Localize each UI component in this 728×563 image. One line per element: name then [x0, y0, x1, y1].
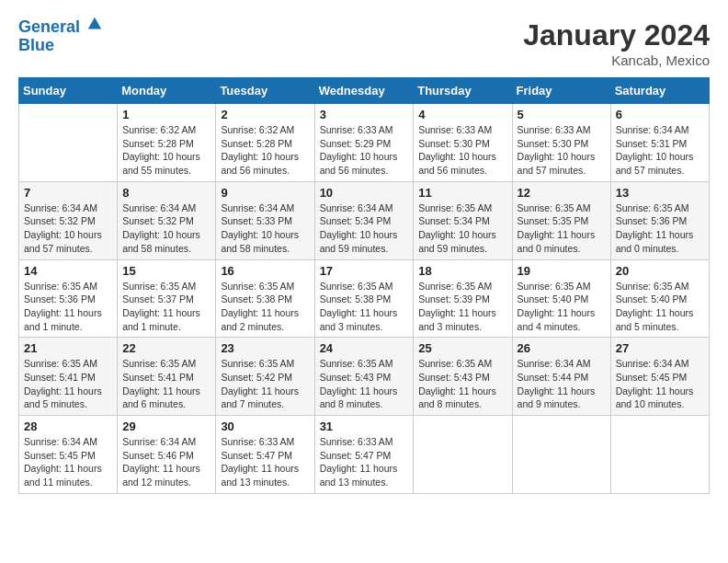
day-info: Sunrise: 6:35 AM Sunset: 5:40 PM Dayligh… [616, 280, 704, 334]
day-number: 25 [418, 341, 506, 355]
day-number: 9 [221, 186, 309, 200]
day-number: 20 [616, 264, 704, 278]
weekday-header-row: SundayMondayTuesdayWednesdayThursdayFrid… [19, 78, 710, 104]
calendar-cell: 27Sunrise: 6:34 AM Sunset: 5:45 PM Dayli… [610, 338, 709, 416]
calendar-cell: 12Sunrise: 6:35 AM Sunset: 5:35 PM Dayli… [512, 181, 610, 259]
day-info: Sunrise: 6:35 AM Sunset: 5:37 PM Dayligh… [122, 280, 210, 334]
title-block: January 2024 Kancab, Mexico [523, 18, 710, 68]
weekday-header-friday: Friday [512, 78, 610, 104]
day-info: Sunrise: 6:33 AM Sunset: 5:47 PM Dayligh… [320, 435, 409, 489]
day-number: 8 [122, 186, 210, 200]
svg-marker-0 [88, 17, 101, 29]
day-info: Sunrise: 6:34 AM Sunset: 5:44 PM Dayligh… [518, 357, 606, 411]
day-number: 6 [616, 108, 704, 121]
day-number: 5 [518, 108, 606, 121]
weekday-header-tuesday: Tuesday [216, 78, 314, 104]
calendar-cell: 19Sunrise: 6:35 AM Sunset: 5:40 PM Dayli… [512, 259, 610, 338]
calendar-cell: 8Sunrise: 6:34 AM Sunset: 5:32 PM Daylig… [118, 181, 216, 259]
weekday-header-monday: Monday [118, 78, 216, 104]
weekday-header-wednesday: Wednesday [314, 78, 414, 104]
calendar-week-row: 28Sunrise: 6:34 AM Sunset: 5:45 PM Dayli… [19, 416, 710, 494]
calendar-cell: 13Sunrise: 6:35 AM Sunset: 5:36 PM Dayli… [610, 181, 709, 259]
day-info: Sunrise: 6:35 AM Sunset: 5:42 PM Dayligh… [221, 357, 309, 411]
day-info: Sunrise: 6:35 AM Sunset: 5:38 PM Dayligh… [320, 280, 409, 334]
calendar-week-row: 1Sunrise: 6:32 AM Sunset: 5:28 PM Daylig… [19, 104, 710, 182]
logo: General Blue [18, 18, 103, 55]
day-info: Sunrise: 6:35 AM Sunset: 5:41 PM Dayligh… [122, 357, 210, 411]
page-header: General Blue January 2024 Kancab, Mexico [18, 18, 710, 68]
calendar-cell: 28Sunrise: 6:34 AM Sunset: 5:45 PM Dayli… [19, 416, 118, 494]
day-info: Sunrise: 6:35 AM Sunset: 5:43 PM Dayligh… [320, 357, 409, 411]
day-number: 7 [24, 186, 112, 200]
calendar-cell: 11Sunrise: 6:35 AM Sunset: 5:34 PM Dayli… [414, 181, 512, 259]
calendar-cell: 26Sunrise: 6:34 AM Sunset: 5:44 PM Dayli… [512, 338, 610, 416]
calendar-cell: 30Sunrise: 6:33 AM Sunset: 5:47 PM Dayli… [216, 416, 314, 494]
day-number: 13 [616, 186, 704, 200]
day-number: 1 [122, 108, 210, 121]
day-info: Sunrise: 6:33 AM Sunset: 5:30 PM Dayligh… [418, 123, 506, 178]
day-info: Sunrise: 6:34 AM Sunset: 5:32 PM Dayligh… [24, 201, 112, 256]
calendar-cell: 6Sunrise: 6:34 AM Sunset: 5:31 PM Daylig… [610, 104, 709, 182]
day-info: Sunrise: 6:34 AM Sunset: 5:32 PM Dayligh… [122, 201, 210, 256]
calendar-cell: 29Sunrise: 6:34 AM Sunset: 5:46 PM Dayli… [118, 416, 216, 494]
calendar-cell: 20Sunrise: 6:35 AM Sunset: 5:40 PM Dayli… [610, 259, 709, 338]
day-info: Sunrise: 6:34 AM Sunset: 5:45 PM Dayligh… [24, 435, 112, 489]
weekday-header-thursday: Thursday [414, 78, 512, 104]
day-number: 17 [320, 264, 409, 278]
calendar-body: 1Sunrise: 6:32 AM Sunset: 5:28 PM Daylig… [19, 104, 710, 494]
day-info: Sunrise: 6:33 AM Sunset: 5:47 PM Dayligh… [221, 435, 309, 489]
day-number: 21 [24, 341, 112, 355]
calendar-cell: 18Sunrise: 6:35 AM Sunset: 5:39 PM Dayli… [414, 259, 512, 338]
weekday-header-sunday: Sunday [19, 78, 118, 104]
calendar-cell: 1Sunrise: 6:32 AM Sunset: 5:28 PM Daylig… [118, 104, 216, 182]
logo-blue: Blue [18, 36, 54, 54]
day-info: Sunrise: 6:35 AM Sunset: 5:34 PM Dayligh… [418, 201, 506, 256]
day-info: Sunrise: 6:34 AM Sunset: 5:46 PM Dayligh… [122, 435, 210, 489]
calendar-cell: 4Sunrise: 6:33 AM Sunset: 5:30 PM Daylig… [414, 104, 512, 182]
location: Kancab, Mexico [523, 52, 710, 68]
day-number: 2 [221, 108, 309, 121]
calendar-week-row: 14Sunrise: 6:35 AM Sunset: 5:36 PM Dayli… [19, 259, 710, 338]
day-number: 11 [418, 186, 506, 200]
calendar-cell: 5Sunrise: 6:33 AM Sunset: 5:30 PM Daylig… [512, 104, 610, 182]
day-number: 16 [221, 264, 309, 278]
day-number: 26 [518, 341, 606, 355]
day-number: 19 [518, 264, 606, 278]
day-number: 10 [320, 186, 409, 200]
calendar-cell: 10Sunrise: 6:34 AM Sunset: 5:34 PM Dayli… [314, 181, 414, 259]
calendar-cell: 16Sunrise: 6:35 AM Sunset: 5:38 PM Dayli… [216, 259, 314, 338]
day-info: Sunrise: 6:34 AM Sunset: 5:31 PM Dayligh… [616, 123, 704, 178]
month-title: January 2024 [523, 18, 710, 52]
calendar-cell [610, 416, 709, 494]
weekday-header-saturday: Saturday [610, 78, 709, 104]
calendar-header: SundayMondayTuesdayWednesdayThursdayFrid… [19, 78, 710, 104]
calendar-cell: 9Sunrise: 6:34 AM Sunset: 5:33 PM Daylig… [216, 181, 314, 259]
day-info: Sunrise: 6:35 AM Sunset: 5:38 PM Dayligh… [221, 280, 309, 334]
day-info: Sunrise: 6:35 AM Sunset: 5:41 PM Dayligh… [24, 357, 112, 411]
logo-icon [86, 16, 103, 32]
day-number: 23 [221, 341, 309, 355]
calendar-cell: 25Sunrise: 6:35 AM Sunset: 5:43 PM Dayli… [414, 338, 512, 416]
day-info: Sunrise: 6:33 AM Sunset: 5:29 PM Dayligh… [320, 123, 409, 178]
calendar-cell: 14Sunrise: 6:35 AM Sunset: 5:36 PM Dayli… [19, 259, 118, 338]
calendar-cell [512, 416, 610, 494]
day-number: 15 [122, 264, 210, 278]
day-number: 4 [418, 108, 506, 121]
day-number: 18 [418, 264, 506, 278]
day-info: Sunrise: 6:34 AM Sunset: 5:33 PM Dayligh… [221, 201, 309, 256]
calendar-cell [414, 416, 512, 494]
day-number: 12 [518, 186, 606, 200]
logo-general: General [18, 17, 80, 36]
day-number: 22 [122, 341, 210, 355]
calendar-cell: 23Sunrise: 6:35 AM Sunset: 5:42 PM Dayli… [216, 338, 314, 416]
day-number: 29 [122, 419, 210, 433]
day-info: Sunrise: 6:35 AM Sunset: 5:43 PM Dayligh… [418, 357, 506, 411]
calendar-table: SundayMondayTuesdayWednesdayThursdayFrid… [18, 77, 710, 494]
calendar-cell [19, 104, 118, 182]
calendar-cell: 15Sunrise: 6:35 AM Sunset: 5:37 PM Dayli… [118, 259, 216, 338]
calendar-cell: 2Sunrise: 6:32 AM Sunset: 5:28 PM Daylig… [216, 104, 314, 182]
calendar-week-row: 21Sunrise: 6:35 AM Sunset: 5:41 PM Dayli… [19, 338, 710, 416]
calendar-cell: 24Sunrise: 6:35 AM Sunset: 5:43 PM Dayli… [314, 338, 414, 416]
day-info: Sunrise: 6:35 AM Sunset: 5:39 PM Dayligh… [418, 280, 506, 334]
calendar-cell: 7Sunrise: 6:34 AM Sunset: 5:32 PM Daylig… [19, 181, 118, 259]
